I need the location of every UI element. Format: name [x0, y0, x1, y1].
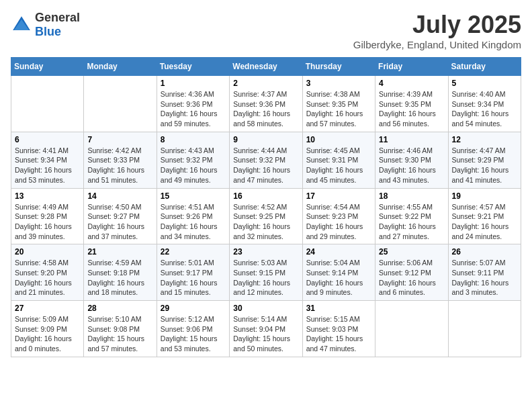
calendar-cell: 21Sunrise: 4:59 AM Sunset: 9:18 PM Dayli… [84, 244, 157, 301]
day-info: Sunrise: 4:55 AM Sunset: 9:22 PM Dayligh… [379, 202, 444, 242]
page-header: General Blue July 2025 Gilberdyke, Engla… [11, 11, 521, 50]
calendar-cell: 15Sunrise: 4:51 AM Sunset: 9:26 PM Dayli… [157, 188, 229, 244]
day-number: 4 [379, 79, 444, 88]
day-info: Sunrise: 4:52 AM Sunset: 9:25 PM Dayligh… [233, 202, 298, 242]
day-number: 19 [452, 191, 517, 201]
day-number: 7 [87, 135, 152, 144]
calendar-cell: 17Sunrise: 4:54 AM Sunset: 9:23 PM Dayli… [302, 188, 375, 244]
day-number: 26 [452, 247, 517, 257]
day-number: 18 [379, 191, 444, 201]
calendar-cell: 25Sunrise: 5:06 AM Sunset: 9:12 PM Dayli… [375, 244, 448, 301]
day-number: 31 [306, 304, 371, 313]
day-number: 13 [15, 191, 80, 201]
day-number: 21 [87, 247, 152, 257]
day-number: 25 [379, 247, 444, 257]
calendar-header-sunday: Sunday [11, 58, 84, 76]
day-number: 15 [161, 191, 226, 201]
calendar-cell: 16Sunrise: 4:52 AM Sunset: 9:25 PM Dayli… [230, 188, 302, 244]
calendar-cell: 10Sunrise: 4:45 AM Sunset: 9:31 PM Dayli… [302, 132, 375, 188]
calendar-cell: 22Sunrise: 5:01 AM Sunset: 9:17 PM Dayli… [157, 244, 229, 301]
day-info: Sunrise: 4:37 AM Sunset: 9:36 PM Dayligh… [233, 89, 298, 129]
calendar-week-row: 20Sunrise: 4:58 AM Sunset: 9:20 PM Dayli… [11, 244, 521, 301]
calendar-week-row: 27Sunrise: 5:09 AM Sunset: 9:09 PM Dayli… [11, 301, 521, 357]
day-info: Sunrise: 4:45 AM Sunset: 9:31 PM Dayligh… [306, 146, 371, 185]
calendar-cell: 14Sunrise: 4:50 AM Sunset: 9:27 PM Dayli… [84, 188, 157, 244]
calendar-cell: 27Sunrise: 5:09 AM Sunset: 9:09 PM Dayli… [11, 301, 84, 357]
calendar-cell: 24Sunrise: 5:04 AM Sunset: 9:14 PM Dayli… [302, 244, 375, 301]
day-number: 11 [379, 135, 444, 144]
title-block: July 2025 Gilberdyke, England, United Ki… [353, 11, 521, 50]
calendar-header-friday: Friday [375, 58, 448, 76]
day-number: 8 [161, 135, 226, 144]
calendar-header-thursday: Thursday [302, 58, 375, 76]
day-number: 24 [306, 247, 371, 257]
calendar-cell: 7Sunrise: 4:42 AM Sunset: 9:33 PM Daylig… [84, 132, 157, 188]
day-info: Sunrise: 5:07 AM Sunset: 9:11 PM Dayligh… [452, 258, 517, 298]
calendar-week-row: 6Sunrise: 4:41 AM Sunset: 9:34 PM Daylig… [11, 132, 521, 188]
day-info: Sunrise: 5:06 AM Sunset: 9:12 PM Dayligh… [379, 258, 444, 298]
day-number: 5 [452, 79, 517, 88]
calendar-week-row: 13Sunrise: 4:49 AM Sunset: 9:28 PM Dayli… [11, 188, 521, 244]
day-info: Sunrise: 5:14 AM Sunset: 9:04 PM Dayligh… [233, 314, 298, 354]
calendar-header-monday: Monday [84, 58, 157, 76]
day-info: Sunrise: 4:47 AM Sunset: 9:29 PM Dayligh… [452, 146, 517, 185]
calendar-cell: 3Sunrise: 4:38 AM Sunset: 9:35 PM Daylig… [302, 76, 375, 132]
day-info: Sunrise: 4:40 AM Sunset: 9:34 PM Dayligh… [452, 89, 517, 129]
calendar-cell: 31Sunrise: 5:15 AM Sunset: 9:03 PM Dayli… [302, 301, 375, 357]
day-info: Sunrise: 4:57 AM Sunset: 9:21 PM Dayligh… [452, 202, 517, 242]
calendar-cell: 11Sunrise: 4:46 AM Sunset: 9:30 PM Dayli… [375, 132, 448, 188]
day-number: 28 [87, 304, 152, 313]
calendar-cell: 8Sunrise: 4:43 AM Sunset: 9:32 PM Daylig… [157, 132, 229, 188]
day-info: Sunrise: 5:09 AM Sunset: 9:09 PM Dayligh… [15, 314, 80, 354]
day-number: 30 [233, 304, 298, 313]
calendar-cell [448, 301, 521, 357]
day-info: Sunrise: 5:03 AM Sunset: 9:15 PM Dayligh… [233, 258, 298, 298]
day-info: Sunrise: 4:59 AM Sunset: 9:18 PM Dayligh… [87, 258, 152, 298]
calendar-header-saturday: Saturday [448, 58, 521, 76]
day-info: Sunrise: 4:58 AM Sunset: 9:20 PM Dayligh… [15, 258, 80, 298]
day-info: Sunrise: 4:44 AM Sunset: 9:32 PM Dayligh… [233, 146, 298, 185]
calendar-cell: 6Sunrise: 4:41 AM Sunset: 9:34 PM Daylig… [11, 132, 84, 188]
day-info: Sunrise: 4:38 AM Sunset: 9:35 PM Dayligh… [306, 89, 371, 129]
location-title: Gilberdyke, England, United Kingdom [353, 39, 521, 50]
day-info: Sunrise: 5:15 AM Sunset: 9:03 PM Dayligh… [306, 314, 371, 354]
calendar-cell: 5Sunrise: 4:40 AM Sunset: 9:34 PM Daylig… [448, 76, 521, 132]
calendar-cell [84, 76, 157, 132]
day-number: 16 [233, 191, 298, 201]
day-number: 2 [233, 79, 298, 88]
calendar-header-wednesday: Wednesday [230, 58, 302, 76]
calendar-cell: 29Sunrise: 5:12 AM Sunset: 9:06 PM Dayli… [157, 301, 229, 357]
day-info: Sunrise: 4:42 AM Sunset: 9:33 PM Dayligh… [87, 146, 152, 185]
day-number: 27 [15, 304, 80, 313]
logo-general: General [35, 11, 80, 24]
day-number: 9 [233, 135, 298, 144]
day-info: Sunrise: 5:12 AM Sunset: 9:06 PM Dayligh… [161, 314, 226, 354]
day-info: Sunrise: 4:46 AM Sunset: 9:30 PM Dayligh… [379, 146, 444, 185]
calendar-cell: 13Sunrise: 4:49 AM Sunset: 9:28 PM Dayli… [11, 188, 84, 244]
day-number: 12 [452, 135, 517, 144]
month-title: July 2025 [353, 11, 521, 39]
calendar-cell: 28Sunrise: 5:10 AM Sunset: 9:08 PM Dayli… [84, 301, 157, 357]
calendar-cell: 18Sunrise: 4:55 AM Sunset: 9:22 PM Dayli… [375, 188, 448, 244]
day-number: 1 [161, 79, 226, 88]
logo: General Blue [11, 11, 80, 39]
logo-blue: Blue [35, 25, 61, 38]
calendar-week-row: 1Sunrise: 4:36 AM Sunset: 9:36 PM Daylig… [11, 76, 521, 132]
day-number: 22 [161, 247, 226, 257]
calendar-cell: 4Sunrise: 4:39 AM Sunset: 9:35 PM Daylig… [375, 76, 448, 132]
day-info: Sunrise: 5:04 AM Sunset: 9:14 PM Dayligh… [306, 258, 371, 298]
calendar-cell: 19Sunrise: 4:57 AM Sunset: 9:21 PM Dayli… [448, 188, 521, 244]
calendar-cell: 1Sunrise: 4:36 AM Sunset: 9:36 PM Daylig… [157, 76, 229, 132]
day-info: Sunrise: 4:39 AM Sunset: 9:35 PM Dayligh… [379, 89, 444, 129]
calendar-cell [11, 76, 84, 132]
calendar-cell: 30Sunrise: 5:14 AM Sunset: 9:04 PM Dayli… [230, 301, 302, 357]
logo-icon [11, 14, 32, 36]
day-info: Sunrise: 4:50 AM Sunset: 9:27 PM Dayligh… [87, 202, 152, 242]
calendar-cell: 23Sunrise: 5:03 AM Sunset: 9:15 PM Dayli… [230, 244, 302, 301]
day-info: Sunrise: 5:01 AM Sunset: 9:17 PM Dayligh… [161, 258, 226, 298]
calendar-cell: 9Sunrise: 4:44 AM Sunset: 9:32 PM Daylig… [230, 132, 302, 188]
day-info: Sunrise: 4:43 AM Sunset: 9:32 PM Dayligh… [161, 146, 226, 185]
day-info: Sunrise: 4:54 AM Sunset: 9:23 PM Dayligh… [306, 202, 371, 242]
day-number: 6 [15, 135, 80, 144]
calendar-cell: 26Sunrise: 5:07 AM Sunset: 9:11 PM Dayli… [448, 244, 521, 301]
